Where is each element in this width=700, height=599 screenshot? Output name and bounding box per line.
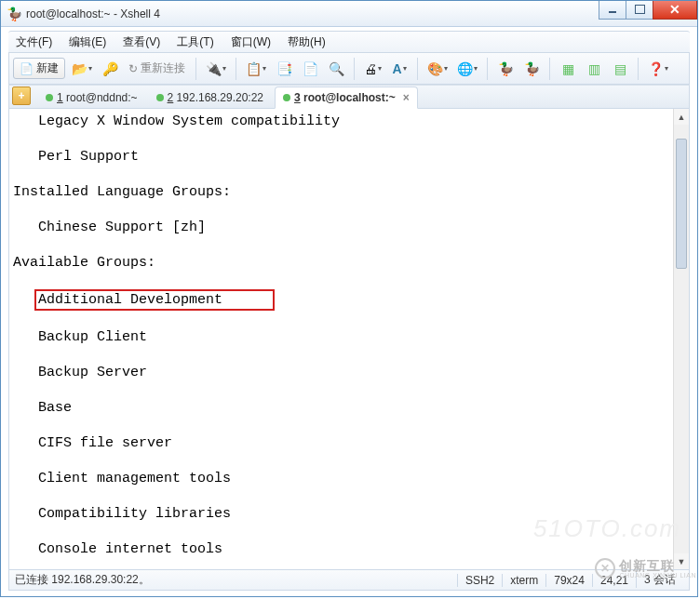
vertical-scrollbar[interactable]: ▲ ▼ (673, 109, 689, 569)
separator-icon (638, 58, 639, 80)
terminal-line: Perl Support (13, 148, 689, 166)
tab-session-1[interactable]: 1 root@nddnd:~ (38, 87, 145, 108)
window-title: root@localhost:~ - Xshell 4 (26, 7, 599, 20)
terminal-line: Base (13, 399, 689, 417)
app-icon: 🦆 (7, 7, 21, 21)
highlighted-group: Additional Development (34, 289, 275, 311)
toolbar: 📄 新建 📂 🔑 ↻ 重新连接 🔌 📋 📑 📄 🔍 🖨 A 🎨 🌐 🦆 🦆 ▦ … (8, 53, 690, 85)
statusbar: 已连接 192.168.29.30:22。 SSH2 xterm 79x24 2… (8, 570, 690, 591)
maximize-button[interactable] (626, 1, 653, 20)
transfer2-icon: 🦆 (524, 61, 540, 76)
help-button[interactable]: ❓ (645, 58, 671, 80)
terminal-line: Backup Server (13, 364, 689, 381)
horiz-icon: ▤ (614, 61, 626, 76)
close-tab-icon[interactable]: × (403, 91, 410, 104)
separator-icon (417, 58, 418, 80)
app-window: 🦆 root@localhost:~ - Xshell 4 ✕ 文件(F) 编辑… (0, 0, 698, 597)
tabbar: + 1 root@nddnd:~ 2 192.168.29.20:22 3 ro… (8, 85, 690, 109)
terminal-line: CIFS file server (13, 434, 689, 452)
scroll-track[interactable] (674, 125, 689, 553)
separator-icon (487, 58, 488, 80)
terminal-line: Backup Client (13, 328, 689, 346)
separator-icon (195, 58, 196, 80)
terminal-line: Installed Language Groups: (13, 183, 689, 201)
scroll-up-icon[interactable]: ▲ (674, 109, 689, 125)
terminal-line: Client management tools (13, 470, 689, 487)
status-sessions: 3 会话 (636, 572, 683, 588)
titlebar: 🦆 root@localhost:~ - Xshell 4 ✕ (1, 1, 697, 27)
reconnect-icon: ↻ (128, 62, 138, 75)
transfer-icon: 🦆 (498, 61, 514, 76)
separator-icon (354, 58, 355, 80)
close-button[interactable]: ✕ (653, 1, 697, 20)
terminal-line: Compatibility libraries (13, 505, 689, 523)
status-cursor: 24,21 (592, 574, 636, 587)
key-icon: 🔑 (102, 61, 118, 76)
folder-icon: 📂 (72, 61, 88, 76)
scroll-thumb[interactable] (676, 139, 687, 269)
sheet-icon: 📋 (246, 61, 262, 76)
search-icon: 🔍 (329, 61, 344, 76)
status-dot-icon (46, 94, 53, 101)
open-button[interactable]: 📂 (69, 58, 95, 80)
web-button[interactable]: 🌐 (454, 58, 480, 80)
properties-button[interactable]: 📋 (243, 58, 269, 80)
grid-icon: ▦ (562, 61, 574, 76)
terminal-line: Chinese Support [zh] (13, 219, 689, 236)
menu-file[interactable]: 文件(F) (12, 33, 56, 52)
print-button[interactable]: 🖨 (361, 58, 384, 80)
menu-tools[interactable]: 工具(T) (173, 33, 217, 52)
vert-icon: ▥ (588, 61, 600, 76)
paste-icon: 📄 (303, 61, 318, 76)
transfer2-button[interactable]: 🦆 (520, 58, 543, 80)
palette-icon: 🎨 (427, 61, 443, 76)
menu-edit[interactable]: 编辑(E) (65, 33, 110, 52)
menu-view[interactable]: 查看(V) (119, 33, 164, 52)
color-button[interactable]: 🎨 (424, 58, 451, 80)
new-button[interactable]: 📄 新建 (13, 58, 65, 79)
terminal-line: Available Groups: (13, 254, 689, 272)
plug-icon: 🔌 (206, 61, 222, 76)
window-controls: ✕ (599, 1, 697, 20)
paste-button[interactable]: 📄 (299, 58, 321, 80)
terminal-output[interactable]: Legacy X Window System compatibility Per… (9, 109, 689, 569)
terminal-pane: Legacy X Window System compatibility Per… (8, 109, 690, 570)
copy-icon: 📑 (276, 61, 292, 76)
status-connection: 已连接 192.168.29.30:22。 (15, 572, 457, 588)
new-icon: 📄 (20, 62, 34, 75)
status-term: xterm (502, 574, 545, 587)
reconnect-label: 重新连接 (141, 60, 185, 76)
tab-label: 1 root@nddnd:~ (57, 91, 138, 104)
key-button[interactable]: 🔑 (99, 58, 121, 80)
terminal-line: Console internet tools (13, 540, 689, 558)
menu-help[interactable]: 帮助(H) (284, 33, 330, 52)
status-dot-icon (156, 94, 164, 101)
scroll-down-icon[interactable]: ▼ (674, 553, 689, 569)
tab-label: 3 root@localhost:~ (294, 91, 396, 104)
terminal-line: Additional Development (13, 289, 689, 311)
status-ssh: SSH2 (457, 574, 502, 587)
tile2-button[interactable]: ▥ (583, 58, 605, 80)
terminal-line: Legacy X Window System compatibility (13, 113, 689, 130)
tile3-button[interactable]: ▤ (609, 58, 631, 80)
separator-icon (549, 58, 550, 80)
font-button[interactable]: A (388, 58, 411, 80)
tab-session-3[interactable]: 3 root@localhost:~ × (275, 87, 418, 109)
transfer-button[interactable]: 🦆 (494, 58, 517, 80)
font-icon: A (392, 61, 401, 76)
copy-button[interactable]: 📑 (273, 58, 295, 80)
find-button[interactable]: 🔍 (325, 58, 347, 80)
minimize-button[interactable] (599, 1, 626, 20)
tile1-button[interactable]: ▦ (557, 58, 579, 80)
add-tab-button[interactable]: + (12, 87, 31, 105)
tab-session-2[interactable]: 2 192.168.29.20:22 (149, 87, 271, 108)
menu-window[interactable]: 窗口(W) (227, 33, 275, 52)
disconnect-button[interactable]: 🔌 (203, 58, 229, 80)
status-dot-icon (283, 94, 290, 101)
new-label: 新建 (36, 60, 59, 76)
menubar: 文件(F) 编辑(E) 查看(V) 工具(T) 窗口(W) 帮助(H) (8, 31, 690, 53)
printer-icon: 🖨 (364, 61, 377, 76)
tab-label: 2 192.168.29.20:22 (168, 91, 263, 104)
reconnect-button[interactable]: ↻ 重新连接 (125, 60, 189, 76)
help-icon: ❓ (648, 61, 664, 76)
